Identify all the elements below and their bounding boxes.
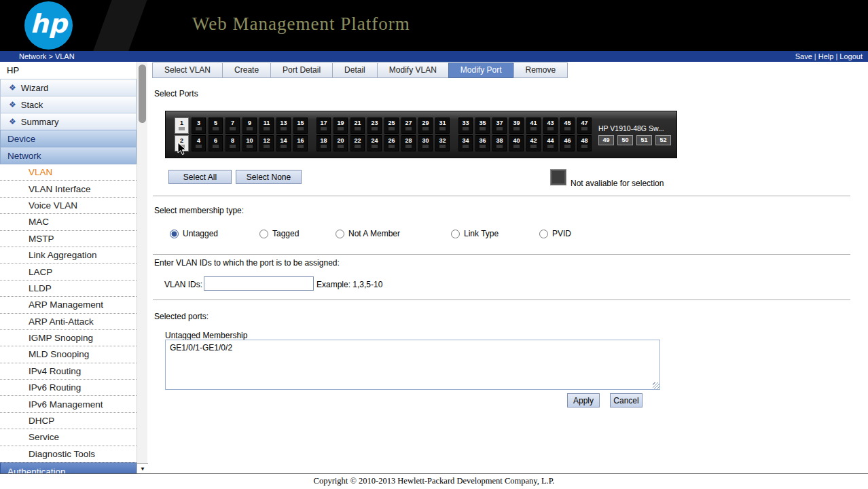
port-40[interactable]: 40 <box>509 135 524 151</box>
vlan-ids-input[interactable] <box>204 276 314 291</box>
sidebar-item-wizard[interactable]: ❖Wizard <box>0 79 137 96</box>
tab-create[interactable]: Create <box>222 62 271 78</box>
port-42[interactable]: 42 <box>526 135 541 151</box>
sidebar-item-ipv6-routing[interactable]: IPv6 Routing <box>0 380 137 396</box>
port-24[interactable]: 24 <box>367 135 382 151</box>
tab-detail[interactable]: Detail <box>332 62 378 78</box>
port-5[interactable]: 5 <box>209 117 223 134</box>
port-30[interactable]: 30 <box>418 135 433 151</box>
sidebar-item-link-aggregation[interactable]: Link Aggregation <box>0 247 137 264</box>
port-47[interactable]: 47 <box>577 117 592 134</box>
port-14[interactable]: 14 <box>276 135 291 151</box>
sidebar-item-vlan-interface[interactable]: VLAN Interface <box>0 181 137 197</box>
port-46[interactable]: 46 <box>560 135 575 151</box>
port-49[interactable]: 49 <box>598 135 614 145</box>
port-37[interactable]: 37 <box>492 117 507 134</box>
port-32[interactable]: 32 <box>435 135 450 151</box>
sidebar-item-authentication[interactable]: Authentication <box>0 463 137 473</box>
port-44[interactable]: 44 <box>543 135 558 151</box>
port-7[interactable]: 7 <box>225 117 240 134</box>
port-3[interactable]: 3 <box>192 117 206 134</box>
sidebar-item-igmp-snooping[interactable]: IGMP Snooping <box>0 330 137 346</box>
port-1[interactable]: 1 <box>175 117 189 134</box>
membership-radio-link-type[interactable] <box>451 230 460 238</box>
tab-select-vlan[interactable]: Select VLAN <box>152 62 223 78</box>
port-25[interactable]: 25 <box>384 117 399 134</box>
logout-link[interactable]: Logout <box>839 52 863 60</box>
port-18[interactable]: 18 <box>317 135 331 151</box>
port-39[interactable]: 39 <box>509 117 524 134</box>
sidebar-scrollbar[interactable]: ▼ <box>137 62 147 473</box>
sidebar-item-ipv4-routing[interactable]: IPv4 Routing <box>0 363 137 380</box>
membership-option-tagged[interactable]: Tagged <box>259 229 336 238</box>
sidebar-section-device[interactable]: Device <box>0 130 137 147</box>
port-15[interactable]: 15 <box>293 117 308 134</box>
sidebar-item-arp-anti-attack[interactable]: ARP Anti-Attack <box>0 314 137 330</box>
scrollbar-thumb[interactable] <box>139 65 146 123</box>
port-4[interactable]: 4 <box>192 135 206 151</box>
membership-radio-tagged[interactable] <box>259 230 268 238</box>
membership-option-pvid[interactable]: PVID <box>539 229 571 238</box>
sidebar-item-mstp[interactable]: MSTP <box>0 231 137 247</box>
sidebar-item-diagnostic-tools[interactable]: Diagnostic Tools <box>0 446 137 463</box>
port-12[interactable]: 12 <box>259 135 274 151</box>
tab-port-detail[interactable]: Port Detail <box>270 62 333 78</box>
port-51[interactable]: 51 <box>636 135 652 145</box>
tab-modify-vlan[interactable]: Modify VLAN <box>377 62 449 78</box>
sidebar-item-voice-vlan[interactable]: Voice VLAN <box>0 198 137 214</box>
select-all-button[interactable]: Select All <box>168 170 232 184</box>
port-41[interactable]: 41 <box>526 117 541 134</box>
cancel-button[interactable]: Cancel <box>610 393 643 408</box>
port-28[interactable]: 28 <box>401 135 416 151</box>
port-35[interactable]: 35 <box>475 117 490 134</box>
port-13[interactable]: 13 <box>276 117 291 134</box>
scrollbar-down-button[interactable]: ▼ <box>137 463 148 473</box>
select-none-button[interactable]: Select None <box>236 170 302 184</box>
sidebar-item-lacp[interactable]: LACP <box>0 264 137 280</box>
port-20[interactable]: 20 <box>333 135 348 151</box>
sidebar-item-dhcp[interactable]: DHCP <box>0 413 137 429</box>
port-6[interactable]: 6 <box>209 135 223 151</box>
port-27[interactable]: 27 <box>401 117 416 134</box>
membership-radio-not-a-member[interactable] <box>336 230 344 238</box>
port-16[interactable]: 16 <box>293 135 308 151</box>
port-17[interactable]: 17 <box>317 117 331 134</box>
port-36[interactable]: 36 <box>475 135 490 151</box>
port-43[interactable]: 43 <box>543 117 558 134</box>
membership-radio-untagged[interactable] <box>170 230 179 238</box>
port-11[interactable]: 11 <box>259 117 274 134</box>
sidebar-item-stack[interactable]: ❖Stack <box>0 96 137 113</box>
port-8[interactable]: 8 <box>225 135 240 151</box>
sidebar-item-vlan[interactable]: VLAN <box>0 164 137 181</box>
port-45[interactable]: 45 <box>560 117 575 134</box>
port-19[interactable]: 19 <box>333 117 348 134</box>
port-26[interactable]: 26 <box>384 135 399 151</box>
port-38[interactable]: 38 <box>492 135 507 151</box>
port-31[interactable]: 31 <box>435 117 450 134</box>
sidebar-item-mac[interactable]: MAC <box>0 214 137 230</box>
save-link[interactable]: Save <box>795 52 812 60</box>
sidebar-item-mld-snooping[interactable]: MLD Snooping <box>0 346 137 363</box>
port-9[interactable]: 9 <box>242 117 257 134</box>
selected-ports-textarea[interactable]: GE1/0/1-GE1/0/2 <box>165 340 660 390</box>
membership-option-untagged[interactable]: Untagged <box>170 229 259 238</box>
membership-option-not-a-member[interactable]: Not A Member <box>336 229 451 238</box>
port-22[interactable]: 22 <box>350 135 365 151</box>
membership-option-link-type[interactable]: Link Type <box>451 229 539 238</box>
port-34[interactable]: 34 <box>458 135 473 151</box>
port-50[interactable]: 50 <box>617 135 633 145</box>
port-23[interactable]: 23 <box>367 117 382 134</box>
help-link[interactable]: Help <box>818 52 834 60</box>
sidebar-section-network[interactable]: Network <box>0 147 137 164</box>
port-29[interactable]: 29 <box>418 117 433 134</box>
apply-button[interactable]: Apply <box>567 393 600 408</box>
port-33[interactable]: 33 <box>458 117 473 134</box>
port-21[interactable]: 21 <box>350 117 365 134</box>
membership-radio-pvid[interactable] <box>539 230 548 238</box>
port-52[interactable]: 52 <box>655 135 671 145</box>
tab-modify-port[interactable]: Modify Port <box>448 62 514 78</box>
sidebar-item-arp-management[interactable]: ARP Management <box>0 297 137 313</box>
resize-handle-icon[interactable] <box>653 382 659 389</box>
sidebar-item-service[interactable]: Service <box>0 429 137 446</box>
tab-remove[interactable]: Remove <box>513 62 568 78</box>
